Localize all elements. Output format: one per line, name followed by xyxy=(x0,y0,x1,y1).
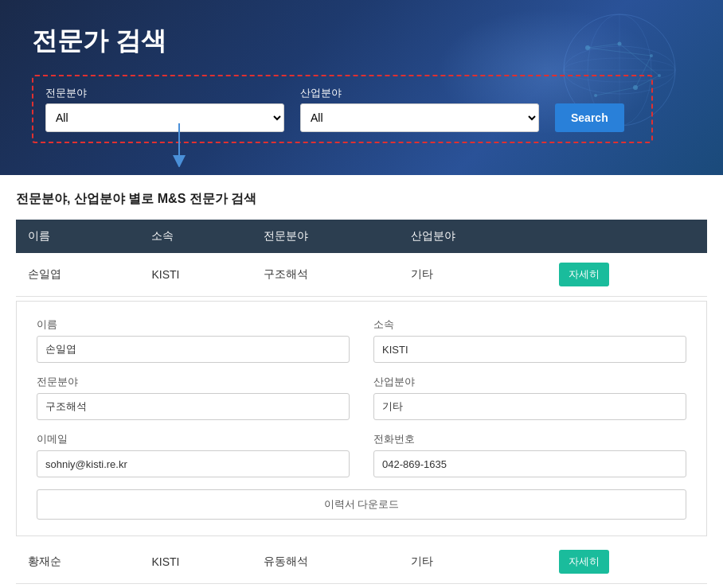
cell-org: KISTI xyxy=(139,540,251,584)
detail-expertise-label: 전문분야 xyxy=(37,375,350,389)
detail-email-field: 이메일 xyxy=(37,432,350,477)
detail-email-label: 이메일 xyxy=(37,432,350,446)
hero-banner: 전문가 검색 전문분야 All 산업분야 All Search xyxy=(0,0,723,175)
detail-industry-field: 산업분야 xyxy=(373,375,686,420)
arrow-annotation xyxy=(171,123,187,167)
expert-table: 이름 소속 전문분야 산업분야 손일엽 KISTI 구조해석 기타 자세히 xyxy=(16,220,707,588)
cell-field: 구조해석 xyxy=(252,584,400,589)
hero-title: 전문가 검색 xyxy=(32,24,691,59)
col-name: 이름 xyxy=(16,220,139,253)
detail-panel-0: 이름 소속 전문분야 xyxy=(16,301,707,536)
detail-name-label: 이름 xyxy=(37,317,350,332)
detail-phone-label: 전화번호 xyxy=(373,432,686,446)
field1-group: 전문분야 All xyxy=(45,86,284,132)
search-button[interactable]: Search xyxy=(555,103,624,132)
table-header-row: 이름 소속 전문분야 산업분야 xyxy=(16,220,707,253)
cell-org: KISTI xyxy=(139,584,251,589)
detail-button-0[interactable]: 자세히 xyxy=(559,263,609,286)
detail-button-1[interactable]: 자세히 xyxy=(559,550,609,574)
table-row: 김포윤 KISTI 구조해석 기타 자세히 xyxy=(16,584,707,589)
col-field: 전문분야 xyxy=(252,220,400,253)
detail-phone-input[interactable] xyxy=(373,450,686,477)
cell-industry: 기타 xyxy=(399,253,547,297)
cell-industry: 기타 xyxy=(399,540,547,584)
detail-industry-label: 산업분야 xyxy=(373,375,686,389)
table-row: 손일엽 KISTI 구조해석 기타 자세히 xyxy=(16,253,707,297)
download-btn-row: 이력서 다운로드 xyxy=(37,489,686,520)
detail-email-input[interactable] xyxy=(37,450,350,477)
detail-expertise-input[interactable] xyxy=(37,393,350,420)
field2-select[interactable]: All xyxy=(300,103,539,132)
cell-action: 자세히 xyxy=(547,584,707,589)
cell-action: 자세히 xyxy=(547,253,707,297)
page-wrapper: 전문가 검색 전문분야 All 산업분야 All Search xyxy=(0,0,723,588)
col-industry: 산업분야 xyxy=(399,220,547,253)
search-form-area: 전문분야 All 산업분야 All Search xyxy=(32,75,653,143)
field2-group: 산업분야 All xyxy=(300,86,539,132)
col-org: 소속 xyxy=(139,220,251,253)
table-row: 황재순 KISTI 유동해석 기타 자세히 xyxy=(16,540,707,584)
detail-org-label: 소속 xyxy=(373,317,686,332)
cell-field: 구조해석 xyxy=(252,253,400,297)
download-button[interactable]: 이력서 다운로드 xyxy=(37,489,686,520)
col-action xyxy=(547,220,707,253)
detail-name-input[interactable] xyxy=(37,336,350,363)
field1-select[interactable]: All xyxy=(45,103,284,132)
detail-name-field: 이름 xyxy=(37,317,350,363)
detail-grid-0: 이름 소속 전문분야 xyxy=(37,317,686,477)
subtitle: 전문분야, 산업분야 별로 M&S 전문가 검색 xyxy=(0,175,723,220)
field2-label: 산업분야 xyxy=(300,86,539,100)
detail-org-field: 소속 xyxy=(373,317,686,363)
cell-name: 김포윤 xyxy=(16,584,139,589)
detail-cell-0: 이름 소속 전문분야 xyxy=(16,297,707,541)
cell-org: KISTI xyxy=(139,253,251,297)
detail-row-0: 이름 소속 전문분야 xyxy=(16,297,707,541)
detail-industry-input[interactable] xyxy=(373,393,686,420)
cell-field: 유동해석 xyxy=(252,540,400,584)
cell-name: 황재순 xyxy=(16,540,139,584)
cell-industry: 기타 xyxy=(399,584,547,589)
cell-action: 자세히 xyxy=(547,540,707,584)
field1-label: 전문분야 xyxy=(45,86,284,100)
detail-org-input[interactable] xyxy=(373,336,686,363)
detail-expertise-field: 전문분야 xyxy=(37,375,350,420)
cell-name: 손일엽 xyxy=(16,253,139,297)
detail-phone-field: 전화번호 xyxy=(373,432,686,477)
